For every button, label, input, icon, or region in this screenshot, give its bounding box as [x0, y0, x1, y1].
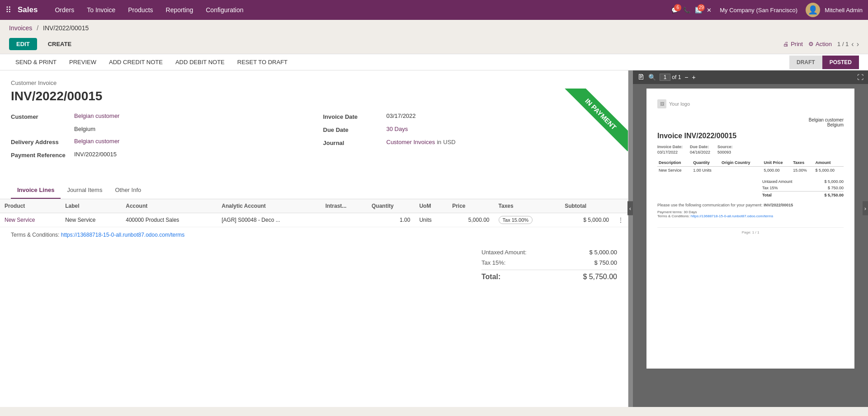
- chat-icon[interactable]: 💬 6: [671, 7, 679, 14]
- col-intrastat: Intrast...: [321, 199, 367, 213]
- customer-address: Belgium: [11, 126, 95, 132]
- nav-products[interactable]: Products: [122, 0, 159, 20]
- invoice-date-field-row: Invoice Date 03/17/2022: [323, 112, 618, 120]
- customer-field-row: Customer Belgian customer: [11, 112, 305, 120]
- invoice-type: Customer Invoice: [11, 79, 617, 86]
- pdf-row-origin: [720, 167, 763, 174]
- nav-configuration[interactable]: Configuration: [199, 0, 250, 20]
- col-account: Account: [121, 199, 217, 213]
- close-icon[interactable]: ✕: [707, 7, 712, 14]
- tab-invoice-lines[interactable]: Invoice Lines: [11, 182, 61, 199]
- status-posted: POSTED: [822, 56, 859, 69]
- breadcrumb-current: INV/2022/00015: [43, 24, 89, 32]
- phone-icon[interactable]: 📞: [683, 7, 690, 14]
- tax-row: Tax 15%: $ 750.00: [481, 257, 617, 268]
- collapse-right-button[interactable]: ›: [863, 201, 868, 215]
- delivery-label: Delivery Address: [11, 138, 74, 145]
- create-button[interactable]: CREATE: [42, 38, 77, 50]
- zoom-out-button[interactable]: −: [684, 74, 688, 81]
- cell-account: 400000 Product Sales: [121, 213, 217, 227]
- cell-quantity: 1.00: [367, 213, 415, 227]
- tab-journal-items[interactable]: Journal Items: [61, 182, 108, 199]
- journal-value[interactable]: Customer Invoices: [387, 139, 435, 145]
- status-group: DRAFT POSTED: [789, 56, 859, 69]
- breadcrumb-parent[interactable]: Invoices: [9, 24, 32, 32]
- pdf-total-row: Total $ 5,750.00: [762, 191, 844, 198]
- action-button[interactable]: ⚙ Action: [808, 41, 832, 47]
- print-button[interactable]: 🖨 Print: [783, 41, 803, 47]
- left-fields: Customer Belgian customer Belgium Delive…: [11, 112, 305, 164]
- pdf-logo-text: Your logo: [669, 101, 690, 107]
- pdf-meta-source: Source: 500093: [717, 145, 733, 154]
- grid-icon[interactable]: ⠿: [5, 5, 11, 15]
- secondary-toolbar: SEND & PRINT PREVIEW ADD CREDIT NOTE ADD…: [0, 54, 868, 70]
- zoom-in-button[interactable]: +: [692, 74, 696, 81]
- terms-link[interactable]: https://13688718-15-0-all.runbot87.odoo.…: [61, 232, 185, 238]
- clock-icon[interactable]: 🔄 29: [695, 7, 702, 14]
- nav-orders[interactable]: Orders: [48, 0, 80, 20]
- preview-body: 🖼 Your logo Belgian customer Belgium Inv…: [633, 84, 868, 407]
- pdf-tax-row: Tax 15% $ 750.00: [762, 185, 844, 191]
- preview-panel: 🖹 🔍 of 1 − + ⛶ 🖼 Your logo Belgian cust: [633, 70, 868, 407]
- breadcrumb-separator: /: [37, 24, 38, 32]
- due-date-value[interactable]: 30 Days: [387, 126, 408, 132]
- cell-row-action: ⋮: [613, 213, 628, 227]
- page-input[interactable]: [660, 74, 670, 81]
- delivery-value[interactable]: Belgian customer: [74, 138, 119, 145]
- pdf-col-desc: Description: [657, 159, 692, 167]
- journal-field-row: Journal Customer Invoices in USD: [323, 139, 618, 146]
- pdf-source-label: Source:: [717, 145, 733, 149]
- main-layout: IN PAYMENT Customer Invoice INV/2022/000…: [0, 70, 868, 407]
- fullscreen-button[interactable]: ⛶: [857, 74, 863, 81]
- clock-badge: 29: [698, 4, 705, 11]
- pdf-tc: Terms & Conditions: https://13688718-15-…: [657, 214, 844, 218]
- add-debit-note-button[interactable]: ADD DEBIT NOTE: [169, 54, 231, 70]
- send-print-button[interactable]: SEND & PRINT: [9, 54, 63, 70]
- print-icon: 🖨: [783, 41, 789, 47]
- pdf-untaxed-label: Untaxed Amount: [762, 179, 793, 184]
- tab-other-info[interactable]: Other Info: [108, 182, 147, 199]
- pdf-customer-name: Belgian customer: [657, 117, 844, 122]
- pdf-payment-terms-label: Payment terms: 30 Days: [657, 210, 844, 214]
- form-content: Customer Invoice INV/2022/00015 Customer…: [0, 70, 628, 182]
- terms-section: Terms & Conditions: https://13688718-15-…: [0, 227, 628, 243]
- customer-value[interactable]: Belgian customer: [74, 112, 119, 119]
- pdf-communication-label: Please use the following communication f…: [657, 203, 763, 207]
- cell-subtotal: $ 5,000.00: [560, 213, 613, 227]
- col-uom: UoM: [415, 199, 448, 213]
- page-indicator: of 1: [660, 74, 681, 81]
- due-date-label: Due Date: [323, 126, 387, 133]
- terms-label: Terms & Conditions:: [11, 232, 59, 238]
- collapse-left-button[interactable]: ‹: [627, 201, 633, 215]
- table-header-row: Product Label Account Analytic Account I…: [0, 199, 628, 213]
- cell-intrastat: [321, 213, 367, 227]
- preview-button[interactable]: PREVIEW: [63, 54, 103, 70]
- cell-label: New Service: [61, 213, 121, 227]
- of-label: of 1: [672, 74, 681, 80]
- totals-table: Untaxed Amount: $ 5,000.00 Tax 15%: $ 75…: [481, 247, 617, 283]
- prev-page-button[interactable]: ‹: [851, 40, 854, 48]
- nav-reporting[interactable]: Reporting: [160, 0, 200, 20]
- totals-section: Untaxed Amount: $ 5,000.00 Tax 15%: $ 75…: [0, 243, 628, 287]
- user-name: Mitchell Admin: [825, 7, 863, 14]
- pdf-communication-value: INV/2022/00015: [764, 203, 793, 207]
- pdf-tc-label: Terms & Conditions:: [657, 214, 690, 218]
- add-credit-note-button[interactable]: ADD CREDIT NOTE: [103, 54, 169, 70]
- pdf-row-unit-price: 5,000.00: [763, 167, 792, 174]
- thumbnail-icon[interactable]: 🖹: [637, 73, 645, 81]
- pdf-invoice-title: Invoice INV/2022/00015: [657, 132, 844, 140]
- pdf-row-desc: New Service: [657, 167, 692, 174]
- pdf-source-value: 500093: [717, 150, 733, 154]
- table-row: New Service New Service 400000 Product S…: [0, 213, 628, 227]
- pdf-untaxed-value: $ 5,000.00: [824, 179, 844, 184]
- top-navigation: ⠿ Sales Orders To Invoice Products Repor…: [0, 0, 868, 20]
- right-fields: Invoice Date 03/17/2022 Due Date 30 Days…: [323, 112, 618, 164]
- reset-to-draft-button[interactable]: RESET TO DRAFT: [231, 54, 294, 70]
- pagination: 1 / 1 ‹ ›: [837, 40, 859, 48]
- nav-to-invoice[interactable]: To Invoice: [80, 0, 122, 20]
- search-icon[interactable]: 🔍: [648, 74, 656, 81]
- pdf-col-origin: Origin Country: [720, 159, 763, 167]
- col-product: Product: [0, 199, 61, 213]
- edit-button[interactable]: EDIT: [9, 38, 37, 50]
- next-page-button[interactable]: ›: [857, 40, 859, 48]
